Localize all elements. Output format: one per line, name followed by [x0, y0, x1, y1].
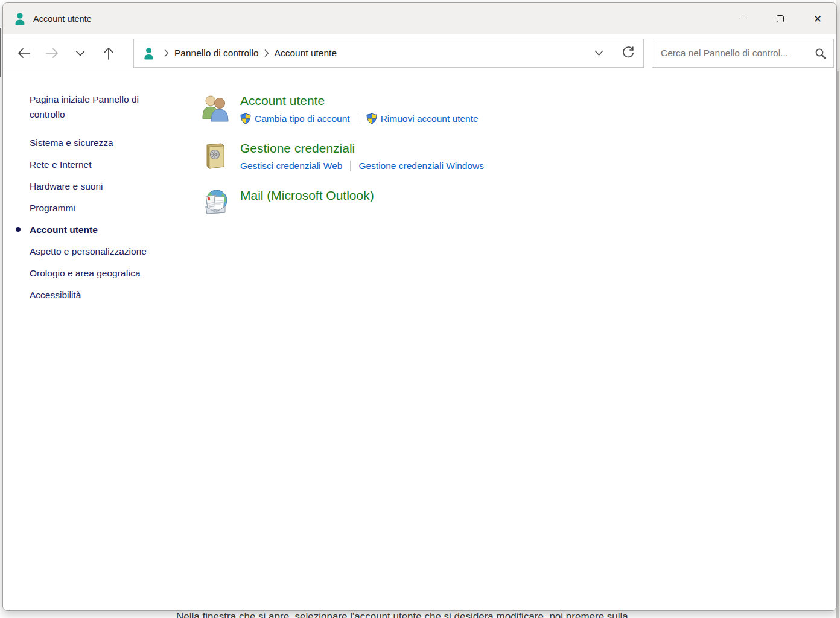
link-manage-web-credentials[interactable]: Gestisci credenziali Web	[240, 161, 342, 171]
titlebar: Account utente ✕	[3, 3, 836, 34]
forward-arrow-icon	[46, 48, 59, 58]
link-divider	[358, 113, 358, 124]
back-button[interactable]	[11, 41, 36, 65]
minimize-button[interactable]	[724, 3, 762, 34]
caption-buttons: ✕	[724, 3, 836, 34]
section-credential-manager: Gestione credenziali Gestisci credenzial…	[201, 140, 836, 171]
sidebar-item-user-accounts[interactable]: Account utente	[30, 222, 170, 237]
section-user-accounts: Account utente Cambia tipo di account Ri…	[201, 92, 836, 124]
link-change-account-type[interactable]: Cambia tipo di account	[240, 113, 350, 124]
app-user-icon	[13, 12, 27, 25]
location-user-icon	[142, 47, 155, 60]
section-title-mail[interactable]: Mail (Microsoft Outlook)	[240, 187, 374, 203]
back-arrow-icon	[18, 48, 30, 58]
link-remove-user-account[interactable]: Rimuovi account utente	[366, 113, 479, 124]
forward-button[interactable]	[40, 41, 64, 65]
search-box	[652, 39, 834, 68]
mail-outlook-icon	[201, 188, 230, 217]
minimize-icon	[739, 19, 747, 19]
maximize-icon	[777, 15, 784, 22]
section-title-user-accounts[interactable]: Account utente	[240, 92, 479, 109]
breadcrumb-chevron-icon[interactable]	[264, 49, 269, 57]
close-icon: ✕	[813, 14, 822, 24]
control-panel-window: Account utente ✕ Pannello di controllo	[2, 2, 837, 611]
link-label: Gestione credenziali Windows	[358, 161, 484, 171]
sidebar-item-label: Account utente	[30, 225, 98, 235]
search-icon[interactable]	[815, 48, 826, 59]
sidebar: Pagina iniziale Pannello di controllo Si…	[3, 72, 179, 610]
up-arrow-icon	[104, 47, 113, 60]
breadcrumb-control-panel[interactable]: Pannello di controllo	[174, 48, 259, 59]
search-input[interactable]	[661, 48, 815, 59]
active-bullet-icon	[16, 227, 21, 232]
sidebar-item-network-internet[interactable]: Rete e Internet	[30, 157, 170, 172]
main-panel: Account utente Cambia tipo di account Ri…	[179, 72, 836, 610]
link-divider	[350, 161, 351, 171]
address-dropdown-icon[interactable]	[594, 50, 603, 56]
sidebar-item-clock-region[interactable]: Orologio e area geografica	[30, 266, 170, 281]
sidebar-item-accessibility[interactable]: Accessibilità	[30, 287, 170, 302]
uac-shield-icon	[240, 113, 251, 124]
sidebar-item-home[interactable]: Pagina iniziale Pannello di controllo	[30, 92, 170, 122]
chevron-down-icon	[76, 51, 84, 56]
user-accounts-icon	[201, 94, 230, 123]
background-window-edge	[0, 28, 1, 77]
content-area: Pagina iniziale Pannello di controllo Si…	[3, 72, 836, 610]
navigation-toolbar: Pannello di controllo Account utente	[3, 34, 836, 72]
link-label: Cambia tipo di account	[255, 113, 350, 124]
link-label: Gestisci credenziali Web	[240, 161, 342, 171]
sidebar-item-programs[interactable]: Programmi	[30, 200, 170, 215]
sidebar-item-system-security[interactable]: Sistema e sicurezza	[30, 135, 170, 150]
sidebar-item-appearance[interactable]: Aspetto e personalizzazione	[30, 244, 170, 259]
credential-manager-icon	[201, 141, 230, 170]
address-bar[interactable]: Pannello di controllo Account utente	[133, 39, 644, 68]
sidebar-item-hardware-sound[interactable]: Hardware e suoni	[30, 179, 170, 194]
section-title-credential-manager[interactable]: Gestione credenziali	[240, 140, 484, 156]
link-manage-windows-credentials[interactable]: Gestione credenziali Windows	[358, 161, 484, 171]
window-title: Account utente	[33, 14, 92, 24]
link-label: Rimuovi account utente	[381, 113, 479, 124]
recent-locations-button[interactable]	[68, 41, 92, 65]
breadcrumb-user-accounts[interactable]: Account utente	[275, 48, 337, 59]
refresh-icon[interactable]	[622, 46, 635, 60]
background-clipped-text: Nella finestra che si apre, selezionare …	[176, 611, 828, 618]
close-button[interactable]: ✕	[799, 3, 836, 34]
breadcrumb-chevron-icon[interactable]	[164, 49, 169, 57]
uac-shield-icon	[366, 113, 377, 124]
maximize-button[interactable]	[762, 3, 799, 34]
section-mail: Mail (Microsoft Outlook)	[201, 187, 836, 217]
up-button[interactable]	[97, 41, 121, 65]
